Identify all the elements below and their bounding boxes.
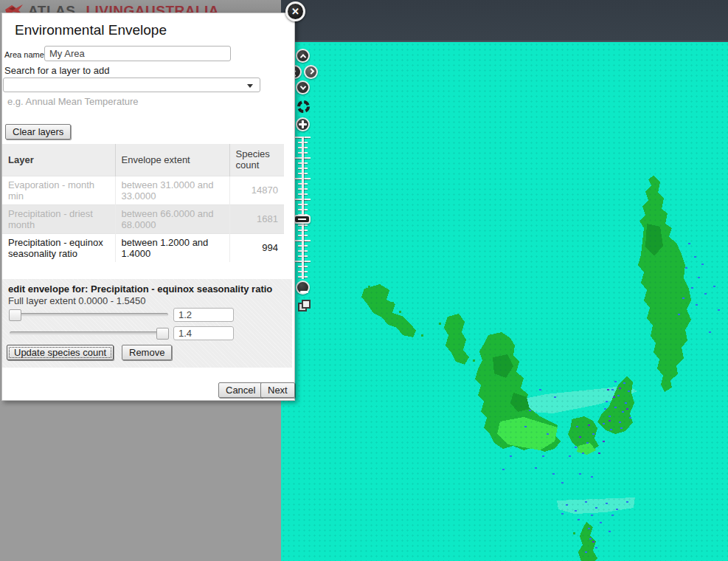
layer-cell: Precipitation - equinox seasonality rati… bbox=[2, 233, 115, 262]
environmental-envelope-dialog: Environmental Envelope Area name Search … bbox=[1, 13, 295, 401]
table-row[interactable]: Evaporation - month min between 31.0000 … bbox=[2, 176, 284, 204]
area-name-label: Area name bbox=[4, 50, 44, 59]
cancel-button[interactable]: Cancel bbox=[218, 382, 263, 398]
zoom-slider-handle[interactable] bbox=[294, 215, 311, 224]
map-panel bbox=[281, 0, 728, 561]
count-cell: 994 bbox=[229, 233, 284, 262]
globe-icon bbox=[297, 100, 311, 114]
dialog-title: Environmental Envelope bbox=[15, 22, 167, 38]
min-value-slider[interactable] bbox=[10, 313, 168, 317]
layer-cell: Precipitation - driest month bbox=[2, 204, 115, 233]
zoom-track-line bbox=[302, 137, 304, 279]
layer-search-combobox[interactable] bbox=[3, 78, 260, 92]
max-value-slider[interactable] bbox=[10, 331, 168, 335]
column-header-layer: Layer bbox=[2, 144, 115, 176]
layer-search-hint: e.g. Annual Mean Temperature bbox=[7, 96, 139, 107]
next-button[interactable]: Next bbox=[260, 382, 295, 398]
pan-right-button[interactable] bbox=[304, 65, 318, 79]
table-row[interactable]: Precipitation - driest month between 66.… bbox=[2, 204, 284, 233]
layer-switcher-button[interactable] bbox=[298, 300, 311, 313]
logo-text-living: LIVING bbox=[86, 3, 134, 13]
count-cell: 14870 bbox=[229, 176, 284, 204]
table-row-selected[interactable]: Precipitation - equinox seasonality rati… bbox=[2, 233, 284, 262]
zoom-in-button[interactable] bbox=[296, 117, 310, 131]
count-cell: 1681 bbox=[229, 204, 284, 233]
combobox-dropdown-icon[interactable] bbox=[247, 84, 253, 88]
minus-icon bbox=[299, 286, 307, 289]
map-toolbar-header bbox=[281, 0, 728, 42]
map-viewport[interactable] bbox=[281, 42, 728, 561]
zoom-out-button[interactable] bbox=[296, 280, 310, 295]
layer-cell: Evaporation - month min bbox=[2, 176, 115, 204]
column-header-count: Species count bbox=[229, 144, 284, 176]
map-canvas[interactable] bbox=[281, 42, 728, 561]
pan-down-button[interactable] bbox=[296, 80, 310, 94]
clear-layers-button[interactable]: Clear layers bbox=[5, 124, 71, 140]
layer-search-label: Search for a layer to add bbox=[4, 65, 109, 76]
extent-cell: between 1.2000 and 1.4000 bbox=[115, 233, 229, 262]
extent-cell: between 66.0000 and 68.0000 bbox=[115, 204, 229, 233]
remove-layer-button[interactable]: Remove bbox=[122, 345, 172, 360]
zoom-world-button[interactable] bbox=[297, 100, 311, 114]
chevron-right-icon bbox=[308, 68, 313, 74]
handle-grip-icon bbox=[298, 218, 306, 220]
update-species-count-button[interactable]: Update species count bbox=[7, 345, 114, 360]
site-banner: ATLASLIVINGAUSTRALIA bbox=[0, 0, 281, 13]
dialog-close-button[interactable]: ✕ bbox=[285, 1, 305, 21]
area-name-input[interactable] bbox=[44, 46, 231, 61]
edit-envelope-panel: edit envelope for: Precipitation - equin… bbox=[2, 279, 292, 368]
min-value-input[interactable] bbox=[173, 308, 234, 322]
table-header-row: Layer Envelope extent Species count bbox=[2, 144, 284, 176]
logo-text-atlas: ATLAS bbox=[28, 3, 75, 13]
column-header-extent: Envelope extent bbox=[115, 144, 229, 176]
full-layer-extent-text: Full layer extent 0.0000 - 1.5450 bbox=[8, 295, 145, 306]
logo-text-australia: AUSTRALIA bbox=[135, 3, 219, 13]
extent-cell: between 31.0000 and 33.0000 bbox=[115, 176, 229, 204]
min-slider-handle[interactable] bbox=[9, 309, 21, 321]
bird-logo-icon bbox=[4, 3, 24, 13]
layers-table: Layer Envelope extent Species count Evap… bbox=[2, 144, 284, 262]
chevron-up-icon bbox=[299, 54, 305, 60]
max-value-input[interactable] bbox=[173, 326, 234, 340]
pan-up-button[interactable] bbox=[296, 49, 310, 63]
chevron-down-icon bbox=[299, 83, 305, 89]
site-logo: ATLASLIVINGAUSTRALIA bbox=[4, 3, 219, 13]
max-slider-handle[interactable] bbox=[156, 328, 169, 340]
close-icon: ✕ bbox=[291, 6, 299, 17]
edit-envelope-heading: edit envelope for: Precipitation - equin… bbox=[8, 283, 272, 295]
